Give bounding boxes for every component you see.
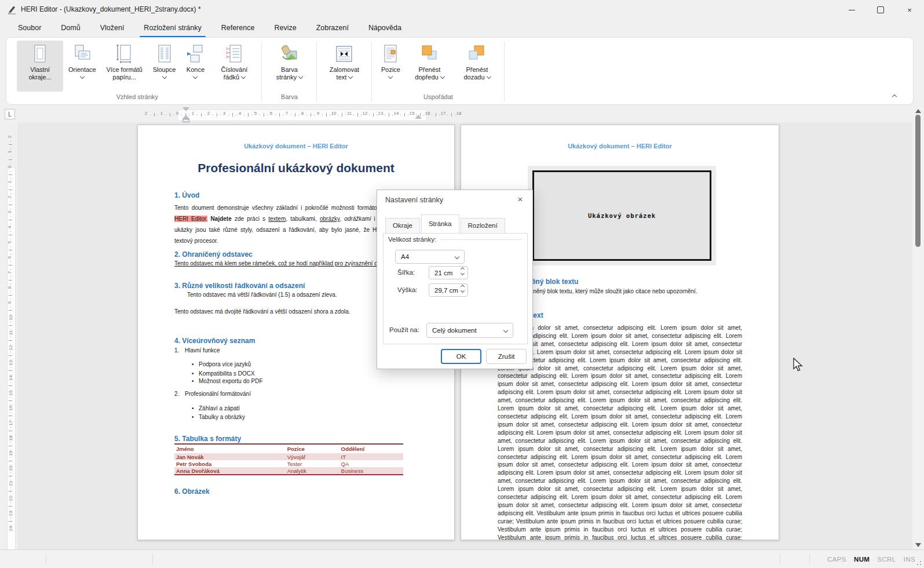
ruler-dot bbox=[10, 314, 11, 315]
image-caption: Ukázkový obrázek bbox=[588, 212, 656, 219]
ruler-dot bbox=[10, 397, 11, 398]
dialog-tab-rozlozeni[interactable]: Rozložení bbox=[461, 218, 505, 233]
ruler-number: 22 bbox=[8, 496, 13, 501]
menu-bar: SouborDomůVloženíRozložení stránkyRefere… bbox=[8, 19, 411, 37]
ruler-dot bbox=[338, 115, 338, 115]
vice-formatu-papiru-button[interactable]: Více formátů papíru... bbox=[101, 41, 148, 92]
collapse-ribbon-button[interactable] bbox=[890, 93, 899, 100]
numbered-item: 2.Profesionální formátování bbox=[174, 391, 251, 397]
ruler-dot bbox=[10, 405, 11, 405]
dialog-tab-okraje[interactable]: Okraje bbox=[385, 218, 420, 233]
ribbon-button-label: Vlastní okraje... bbox=[21, 66, 59, 81]
breaks-icon bbox=[185, 43, 206, 64]
height-spinner[interactable]: 29,7 cm bbox=[429, 283, 468, 297]
ribbon-group-label bbox=[321, 92, 367, 102]
ruler-tick bbox=[9, 521, 12, 522]
tab-vlozeni[interactable]: Vložení bbox=[90, 19, 134, 37]
tab-zobrazeni[interactable]: Zobrazení bbox=[306, 19, 359, 37]
tab-soubor[interactable]: Soubor bbox=[8, 19, 51, 37]
minimize-button[interactable] bbox=[837, 0, 866, 20]
ruler-number: 15 bbox=[410, 111, 415, 116]
ruler-dot bbox=[10, 186, 11, 187]
ruler-dot bbox=[213, 115, 213, 115]
ribbon-button-label: Přenést dopředu bbox=[410, 66, 448, 81]
ruler-dot bbox=[10, 525, 11, 526]
ruler-tick bbox=[9, 144, 12, 145]
tab-napoveda[interactable]: Nápověda bbox=[359, 19, 411, 37]
ruler-dot bbox=[150, 115, 151, 115]
ribbon-group-usporadat: PozicePřenést dopředuPřenést dozaduUspoř… bbox=[376, 41, 500, 103]
ruler-number: 9 bbox=[317, 111, 319, 116]
ruler-number: 1 bbox=[7, 151, 12, 153]
width-spinner[interactable]: 21 cm bbox=[429, 266, 468, 279]
ruler-number: 10 bbox=[331, 111, 337, 116]
prenest-dozadu-button[interactable]: Přenést dozadu bbox=[454, 41, 500, 92]
cancel-button[interactable]: Zrušit bbox=[486, 349, 527, 364]
ok-button[interactable]: OK bbox=[441, 349, 481, 364]
ruler-dot bbox=[10, 239, 11, 239]
svg-text:2: 2 bbox=[226, 51, 228, 54]
dialog-close-button[interactable]: × bbox=[515, 194, 525, 204]
tab-selector-button[interactable]: L bbox=[5, 109, 15, 119]
ruler-dot bbox=[10, 389, 11, 390]
cislovani-radku-button[interactable]: 123Číslování řádků bbox=[211, 41, 257, 92]
tab-reference[interactable]: Reference bbox=[211, 19, 265, 37]
ribbon-group-label: Barva bbox=[266, 92, 312, 102]
tab-stop-icon: L bbox=[8, 111, 12, 118]
first-line-indent-marker[interactable] bbox=[182, 107, 189, 111]
right-indent-marker[interactable] bbox=[415, 115, 422, 119]
prenest-dopredu-button[interactable]: Přenést dopředu bbox=[406, 41, 452, 92]
scroll-up-arrow-icon[interactable] bbox=[915, 109, 921, 113]
resize-grip[interactable] bbox=[914, 558, 921, 565]
orientace-button[interactable]: Orientace bbox=[64, 41, 100, 92]
ribbon-button-label: Pozice bbox=[381, 66, 400, 74]
ruler-dot bbox=[173, 115, 174, 115]
maximize-button[interactable] bbox=[866, 0, 895, 20]
vertical-scrollbar[interactable] bbox=[912, 107, 924, 549]
close-icon: × bbox=[907, 6, 912, 14]
stepper-arrows[interactable] bbox=[461, 268, 464, 275]
chevron-down-icon bbox=[388, 74, 393, 79]
sloupce-button[interactable]: Sloupce bbox=[149, 41, 180, 92]
chevron-up-icon bbox=[892, 94, 897, 99]
scrollbar-thumb[interactable] bbox=[915, 115, 921, 247]
konce-button[interactable]: Konce bbox=[181, 41, 210, 92]
ruler-dot bbox=[392, 115, 393, 115]
page-setup-dialog[interactable]: Nastavení stránky × OkrajeStránkaRozlože… bbox=[377, 190, 533, 369]
vlastni-okraje-button[interactable]: Vlastní okraje... bbox=[17, 41, 63, 92]
ruler-tick bbox=[9, 355, 12, 356]
ruler-dot bbox=[10, 359, 11, 360]
scroll-down-arrow-icon[interactable] bbox=[915, 543, 921, 547]
apply-to-select[interactable]: Celý dokument bbox=[426, 323, 513, 338]
ruler-tick bbox=[404, 113, 405, 116]
ruler-dot bbox=[298, 115, 299, 115]
tab-rozlozeni-stranky[interactable]: Rozložení stránky bbox=[134, 19, 211, 37]
ruler-dot bbox=[10, 487, 11, 488]
horizontal-ruler[interactable]: 210123456789101112131415161718 bbox=[17, 107, 912, 122]
ruler-tick bbox=[9, 340, 12, 341]
zalomovat-text-button[interactable]: Zalomovat text bbox=[321, 41, 367, 92]
dialog-tab-stranka[interactable]: Stránka bbox=[421, 214, 459, 234]
tab-domu[interactable]: Domů bbox=[51, 19, 90, 37]
ruler-dot bbox=[260, 115, 260, 115]
tab-revize[interactable]: Revize bbox=[264, 19, 306, 37]
vertical-ruler[interactable]: 2101234567891011121314151617181920212223… bbox=[0, 122, 17, 549]
ruler-number: 4 bbox=[239, 111, 241, 116]
section4-heading: 4. Víceúrovňový seznam bbox=[174, 337, 255, 345]
section2-heading: 2. Ohraničený odstavec bbox=[174, 250, 253, 258]
ruler-dot bbox=[377, 115, 377, 115]
ruler-page-band-vertical bbox=[7, 167, 16, 549]
paper-size-select[interactable]: A4 bbox=[395, 250, 465, 264]
pozice-button[interactable]: Pozice bbox=[376, 41, 405, 92]
ruler-number: 11 bbox=[347, 111, 352, 116]
ruler-dot bbox=[166, 115, 166, 115]
ruler-dot bbox=[322, 115, 323, 115]
barva-stranky-button[interactable]: Barva stránky bbox=[266, 41, 312, 92]
close-button[interactable]: × bbox=[895, 0, 924, 20]
ruler-number: 1 bbox=[7, 181, 12, 183]
chevron-down-icon bbox=[241, 74, 246, 79]
image-placeholder[interactable]: Ukázkový obrázek bbox=[528, 166, 716, 265]
hanging-indent-marker[interactable] bbox=[182, 115, 189, 119]
stepper-arrows[interactable] bbox=[461, 285, 464, 292]
ruler-dot bbox=[10, 337, 11, 337]
